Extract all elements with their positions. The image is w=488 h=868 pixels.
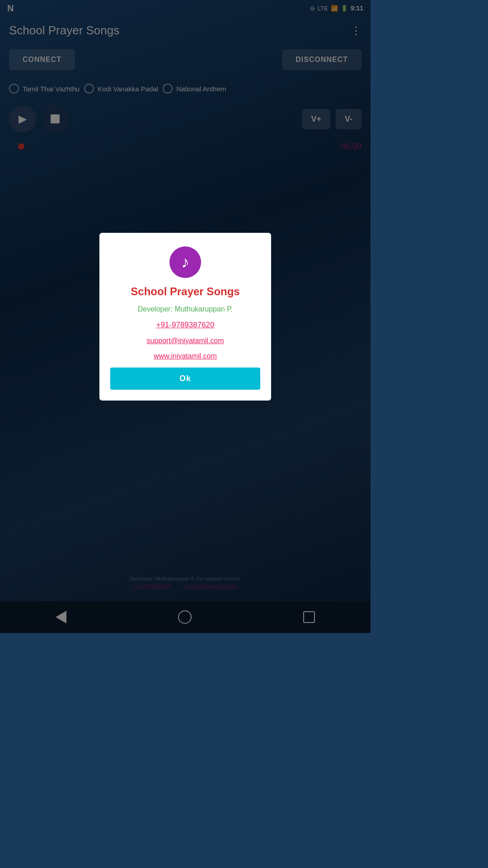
modal-box: ♪ School Prayer Songs Developer: Muthuka… xyxy=(99,233,271,401)
modal-developer: Developer: Muthukaruppan P. xyxy=(138,305,233,313)
modal-website[interactable]: www.iniyatamil.com xyxy=(154,352,217,360)
modal-email[interactable]: support@iniyatamil.com xyxy=(147,337,224,345)
music-note-icon: ♪ xyxy=(181,253,189,272)
modal-overlay: ♪ School Prayer Songs Developer: Muthuka… xyxy=(0,0,371,633)
modal-ok-button[interactable]: Ok xyxy=(110,368,260,390)
modal-app-icon: ♪ xyxy=(169,246,201,278)
modal-phone[interactable]: +91-9789387620 xyxy=(156,321,214,330)
modal-title: School Prayer Songs xyxy=(131,285,239,298)
